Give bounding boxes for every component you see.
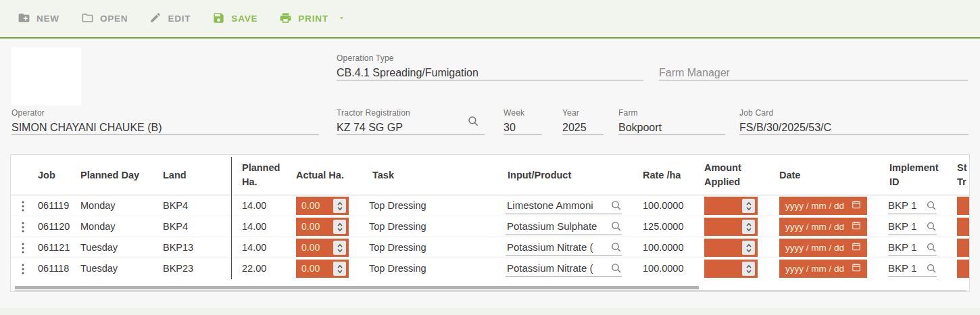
farm-label: Farm xyxy=(618,107,725,118)
search-icon[interactable] xyxy=(926,263,937,274)
clipped-orange-input[interactable] xyxy=(957,197,970,215)
new-button-label: NEW xyxy=(36,14,59,24)
job-card-field[interactable]: Job Card FS/B/30/2025/53/C xyxy=(739,107,969,135)
number-spinner-icon[interactable] xyxy=(742,241,755,255)
operator-value: SIMON CHAYANI CHAUKE (B) xyxy=(11,118,319,135)
amount-applied-input[interactable] xyxy=(704,197,758,215)
year-field[interactable]: Year 2025 xyxy=(562,107,604,135)
search-icon[interactable] xyxy=(926,221,937,232)
date-input[interactable]: yyyy / mm / dd xyxy=(779,218,867,236)
horizontal-scrollbar-track[interactable] xyxy=(15,290,966,292)
rate-per-ha: 100.0000 xyxy=(643,258,683,279)
search-icon[interactable] xyxy=(926,242,937,253)
week-field[interactable]: Week 30 xyxy=(504,107,542,135)
horizontal-scrollbar-thumb[interactable] xyxy=(15,286,699,289)
calendar-icon[interactable] xyxy=(852,262,861,275)
column-header-task: Task xyxy=(372,155,474,195)
number-spinner-icon[interactable] xyxy=(333,199,346,213)
column-header-rate-ha: Rate /ha xyxy=(643,155,697,195)
land: BKP13 xyxy=(163,237,193,258)
search-icon[interactable] xyxy=(610,220,622,232)
farm-field[interactable]: Farm Bokpoort xyxy=(618,107,725,135)
tractor-registration-field[interactable]: Tractor Registration KZ 74 SG GP xyxy=(337,107,485,135)
land: BKP23 xyxy=(163,258,193,279)
date-input[interactable]: yyyy / mm / dd xyxy=(779,197,867,215)
land: BKP4 xyxy=(163,216,188,237)
operation-type-field[interactable]: Operation Type CB.4.1 Spreading/Fumigati… xyxy=(337,53,643,80)
number-spinner-icon[interactable] xyxy=(333,220,346,234)
printer-icon xyxy=(279,11,292,26)
new-button[interactable]: NEW xyxy=(18,11,59,26)
search-icon[interactable] xyxy=(610,262,622,274)
edit-button[interactable]: EDIT xyxy=(149,11,191,26)
operator-field[interactable]: Operator SIMON CHAYANI CHAUKE (B) xyxy=(11,107,319,135)
date-placeholder: yyyy / mm / dd xyxy=(785,201,844,211)
implement-id-field[interactable]: BKP 1 xyxy=(888,218,937,235)
table-row: 061121 Tuesday BKP13 14.00 0.00 Top Dres… xyxy=(11,237,969,258)
row-menu-icon[interactable] xyxy=(22,216,24,237)
input-product-field[interactable]: Potassium Sulphate xyxy=(506,218,622,235)
number-spinner-icon[interactable] xyxy=(333,262,346,276)
clipped-orange-input[interactable] xyxy=(957,239,970,257)
save-button-label: SAVE xyxy=(231,14,258,24)
open-button[interactable]: OPEN xyxy=(81,11,128,26)
input-product-value: Potassium Sulphate xyxy=(507,220,607,232)
rate-per-ha: 100.0000 xyxy=(643,237,683,258)
actual-ha-input[interactable]: 0.00 xyxy=(296,197,349,215)
pencil-icon xyxy=(149,11,162,26)
clipped-orange-input[interactable] xyxy=(957,218,970,236)
actual-ha-input[interactable]: 0.00 xyxy=(296,239,349,257)
calendar-icon[interactable] xyxy=(852,199,861,212)
tractor-registration-label: Tractor Registration xyxy=(337,107,485,118)
amount-applied-input[interactable] xyxy=(704,218,758,236)
input-product-value: Potassium Nitrate ( xyxy=(507,262,607,274)
input-product-field[interactable]: Limestone Ammoni xyxy=(506,197,622,214)
implement-id-field[interactable]: BKP 1 xyxy=(888,239,937,256)
number-spinner-icon[interactable] xyxy=(742,199,755,213)
save-button[interactable]: SAVE xyxy=(212,11,258,26)
tractor-registration-value: KZ 74 SG GP xyxy=(337,118,485,135)
column-header-implement-id: Implement ID xyxy=(889,155,944,195)
week-value: 30 xyxy=(504,118,542,135)
search-icon[interactable] xyxy=(467,115,479,130)
actual-ha-input[interactable]: 0.00 xyxy=(296,218,349,236)
calendar-icon[interactable] xyxy=(852,220,861,233)
row-menu-icon[interactable] xyxy=(22,195,24,216)
date-input[interactable]: yyyy / mm / dd xyxy=(779,260,867,278)
search-icon[interactable] xyxy=(926,200,937,211)
amount-applied-input[interactable] xyxy=(704,239,758,257)
implement-id-field[interactable]: BKP 1 xyxy=(888,260,937,277)
print-button[interactable]: PRINT xyxy=(279,11,346,26)
job-card-label: Job Card xyxy=(739,107,969,118)
search-icon[interactable] xyxy=(610,241,622,253)
number-spinner-icon[interactable] xyxy=(333,241,346,255)
jobs-table: Job Planned Day Land Planned Ha. Actual … xyxy=(10,154,970,292)
number-spinner-icon[interactable] xyxy=(742,220,755,234)
calendar-icon[interactable] xyxy=(852,241,861,254)
frozen-column-divider xyxy=(231,157,232,279)
table-row: 061119 Monday BKP4 14.00 0.00 Top Dressi… xyxy=(11,195,969,216)
job-number: 061120 xyxy=(38,216,70,237)
actual-ha-value: 0.00 xyxy=(301,260,333,278)
task: Top Dressing xyxy=(369,237,426,258)
number-spinner-icon[interactable] xyxy=(742,262,755,276)
input-product-field[interactable]: Potassium Nitrate ( xyxy=(506,239,622,256)
save-icon xyxy=(212,11,225,26)
actual-ha-input[interactable]: 0.00 xyxy=(296,260,349,278)
search-icon[interactable] xyxy=(610,199,622,211)
input-product-field[interactable]: Potassium Nitrate ( xyxy=(506,260,622,277)
implement-id-value: BKP 1 xyxy=(888,241,923,253)
implement-id-field[interactable]: BKP 1 xyxy=(888,197,937,214)
chevron-down-icon[interactable] xyxy=(337,14,346,24)
planned-ha: 14.00 xyxy=(242,237,266,258)
date-input[interactable]: yyyy / mm / dd xyxy=(779,239,867,257)
farm-manager-field[interactable]: Farm Manager xyxy=(659,53,968,80)
amount-applied-input[interactable] xyxy=(704,260,758,278)
column-header-land: Land xyxy=(163,155,227,195)
clipped-orange-input[interactable] xyxy=(957,260,970,278)
row-menu-icon[interactable] xyxy=(22,258,24,279)
row-menu-icon[interactable] xyxy=(22,237,24,258)
print-button-label: PRINT xyxy=(298,14,328,24)
task: Top Dressing xyxy=(369,195,426,216)
column-header-planned-ha: Planned Ha. xyxy=(242,155,284,195)
